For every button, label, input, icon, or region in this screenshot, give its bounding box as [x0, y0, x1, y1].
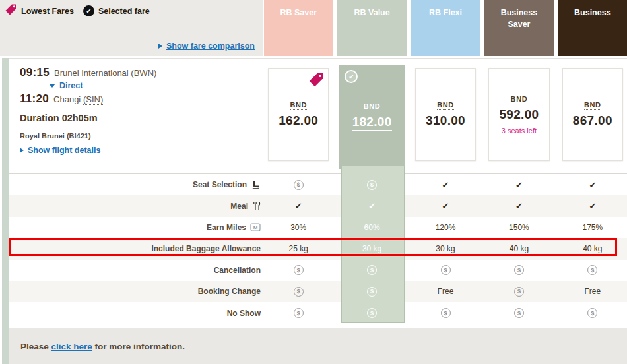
cell-seat-selection-business-saver: ✔ [484, 174, 553, 195]
seats-left-note: 3 seats left [502, 127, 537, 135]
miles-icon: M [250, 223, 261, 231]
show-fare-comparison[interactable]: Show fare comparison [158, 42, 255, 51]
svg-text:M: M [253, 225, 258, 231]
chevron-right-icon [158, 44, 162, 49]
row-label: Booking Change [198, 287, 261, 296]
fee-applies-icon: $ [294, 308, 304, 318]
fare-currency: BND [290, 101, 307, 110]
cell-no-show-rb-value: $ [337, 302, 406, 323]
table-row-earn-miles: Earn MilesM30%60%120%150%175% [9, 217, 627, 238]
cell-meal-business-saver: ✔ [484, 195, 553, 216]
cell-no-show-rb-saver: $ [264, 302, 333, 323]
fare-card-business[interactable]: BND867.00 [562, 68, 623, 161]
selected-fare-check-icon: ✔ [83, 5, 94, 16]
row-values: ✔✔✔✔✔ [264, 195, 627, 216]
cell-earn-miles-rb-saver: 30% [264, 217, 333, 238]
fee-applies-icon: $ [514, 265, 524, 275]
carrier-flight-number: Royal Brunei (BI421) [20, 132, 257, 140]
cell-seat-selection-rb-value: $ [337, 174, 406, 195]
row-values: $$$$$ [264, 302, 627, 323]
arrival-time: 11:20 [20, 92, 49, 105]
check-icon: ✔ [442, 201, 449, 211]
row-label: No Show [227, 309, 261, 318]
fare-class-header-rb-flexi: RB Flexi [411, 0, 480, 56]
row-values: $$$$$ [264, 260, 627, 281]
departure-airport: Brunei International (BWN) [54, 68, 156, 78]
cell-value: 30 kg [436, 244, 455, 253]
seat-icon [251, 180, 261, 190]
cell-included-baggage-allowance-rb-saver: 25 kg [264, 238, 333, 259]
fare-card-rb-flexi[interactable]: BND310.00 [415, 68, 476, 161]
cell-cancellation-rb-value: $ [337, 260, 406, 281]
cell-cancellation-rb-flexi: $ [411, 260, 480, 281]
fee-applies-icon: $ [367, 308, 377, 318]
row-label: Cancellation [214, 266, 261, 275]
fare-class-header-rb-value: RB Value [337, 0, 406, 56]
row-label: Meal [230, 202, 248, 211]
arrival-row: 11:20Changi (SIN) [20, 92, 257, 106]
check-icon: ✔ [442, 180, 449, 190]
fee-applies-icon: $ [367, 180, 377, 190]
fee-applies-icon: $ [367, 265, 377, 275]
table-row-included-baggage-allowance: Included Baggage Allowance25 kg30 kg30 k… [9, 238, 627, 259]
check-icon: ✔ [589, 180, 596, 190]
row-label-cell: Cancellation [9, 266, 264, 275]
cell-included-baggage-allowance-business: 40 kg [558, 238, 627, 259]
fare-class-header-business: Business [558, 0, 627, 56]
fare-card-rb-saver[interactable]: BND162.00 [268, 68, 329, 161]
row-label-cell: Included Baggage Allowance [9, 244, 264, 253]
cell-included-baggage-allowance-business-saver: 40 kg [484, 238, 553, 259]
fare-price: 867.00 [573, 113, 612, 128]
cell-no-show-business: $ [558, 302, 627, 323]
cell-booking-change-rb-saver: $ [264, 281, 333, 302]
row-label-cell: Booking Change [9, 287, 264, 296]
cell-booking-change-rb-value: $ [337, 281, 406, 302]
table-row-booking-change: Booking Change$$Free$Free [9, 281, 627, 302]
cell-seat-selection-rb-flexi: ✔ [411, 174, 480, 195]
cell-cancellation-business: $ [558, 260, 627, 281]
departure-code: (BWN) [131, 68, 156, 78]
direct-label: Direct [59, 81, 82, 90]
fare-currency: BND [511, 95, 528, 104]
row-label-cell: Seat Selection [9, 180, 264, 190]
cell-meal-business: ✔ [558, 195, 627, 216]
cell-meal-rb-flexi: ✔ [411, 195, 480, 216]
fare-currency: BND [364, 102, 381, 111]
cell-earn-miles-business-saver: 150% [484, 217, 553, 238]
fee-applies-icon: $ [294, 287, 304, 297]
show-flight-details-link[interactable]: Show flight details [28, 146, 100, 155]
cell-booking-change-rb-flexi: Free [411, 281, 480, 302]
show-fare-comparison-link[interactable]: Show fare comparison [166, 42, 255, 51]
fare-currency: BND [584, 101, 601, 110]
fare-column-business: BND867.00 [558, 63, 627, 166]
cell-value: 60% [364, 223, 380, 232]
cell-value: 150% [509, 223, 529, 232]
cell-value: 40 kg [583, 244, 602, 253]
cell-value: 120% [436, 223, 456, 232]
fare-card-business-saver[interactable]: BND592.003 seats left [488, 68, 549, 161]
check-icon: ✔ [515, 180, 523, 190]
fare-column-business-saver: BND592.003 seats left [484, 63, 553, 166]
footer-text: Please click here for more information. [20, 342, 185, 351]
table-row-seat-selection: Seat Selection$$✔✔✔ [9, 174, 627, 195]
fare-price: 310.00 [426, 113, 465, 128]
cell-included-baggage-allowance-rb-value: 30 kg [337, 238, 406, 259]
cell-no-show-rb-flexi: $ [411, 302, 480, 323]
row-label: Seat Selection [193, 180, 247, 189]
row-values: $$✔✔✔ [264, 174, 627, 195]
click-here-link[interactable]: click here [51, 342, 92, 351]
departure-time: 09:15 [20, 66, 50, 78]
show-flight-details[interactable]: Show flight details [20, 146, 257, 155]
row-label-cell: Earn MilesM [9, 223, 264, 232]
fare-card-rb-value[interactable]: ✔BND182.00 [339, 65, 405, 169]
table-row-meal: Meal✔✔✔✔✔ [9, 195, 627, 216]
cell-value: 30 kg [362, 244, 381, 253]
fare-class-header-rb-saver: RB Saver [264, 0, 333, 56]
arrival-code: (SIN) [83, 94, 103, 105]
row-values: 30%60%120%150%175% [264, 217, 627, 238]
check-icon: ✔ [515, 201, 523, 211]
cell-value: Free [584, 287, 601, 296]
row-label: Included Baggage Allowance [151, 244, 261, 253]
cell-value: Free [438, 287, 454, 296]
fare-price: 162.00 [279, 113, 318, 128]
